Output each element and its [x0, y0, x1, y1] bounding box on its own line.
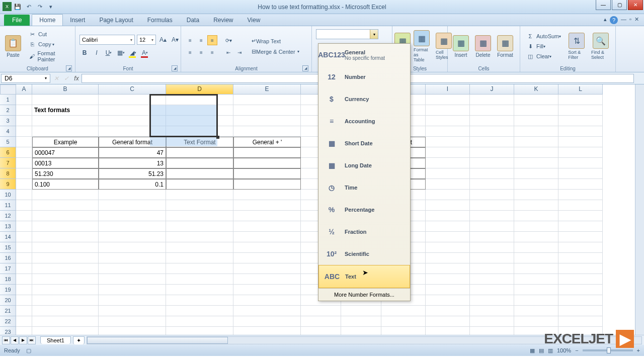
cell-L3[interactable]	[558, 116, 603, 126]
cell-A6[interactable]	[16, 147, 32, 158]
cell-J13[interactable]	[470, 221, 514, 232]
name-box[interactable]: D6▾	[1, 74, 50, 83]
grow-font-icon[interactable]: A▴	[158, 35, 168, 45]
row-header-8[interactable]: 8	[0, 168, 16, 179]
paste-button[interactable]: 📋 Paste	[2, 34, 24, 59]
cell-J20[interactable]	[470, 295, 514, 306]
cell-D16[interactable]	[166, 253, 233, 263]
align-right-icon[interactable]: ≡	[207, 47, 217, 57]
cell-B17[interactable]	[32, 263, 99, 274]
bold-button[interactable]: B	[79, 48, 90, 58]
cell-L12[interactable]	[558, 211, 603, 221]
cell-C6[interactable]: 47	[99, 147, 166, 158]
row-header-19[interactable]: 19	[0, 285, 16, 295]
cell-K6[interactable]	[514, 147, 558, 158]
cell-E22[interactable]	[233, 316, 301, 327]
sort-filter-button[interactable]: ⇅Sort & Filter	[565, 32, 588, 61]
format-cells-button[interactable]: ▦Format	[494, 34, 516, 59]
cell-E18[interactable]	[233, 274, 301, 285]
font-name-combo[interactable]: Calibri▾	[79, 35, 135, 45]
col-header-D[interactable]: D	[166, 84, 233, 95]
cell-C18[interactable]	[99, 274, 166, 285]
format-as-table-button[interactable]: ▦Format as Table	[411, 29, 433, 63]
number-format-percentage[interactable]: %Percentage	[318, 199, 410, 221]
view-normal-icon[interactable]: ▦	[530, 347, 535, 354]
cell-J23[interactable]	[470, 327, 514, 335]
cell-C12[interactable]	[99, 211, 166, 221]
cell-B19[interactable]	[32, 285, 99, 295]
cell-A9[interactable]	[16, 179, 32, 190]
cell-B10[interactable]	[32, 190, 99, 200]
cell-B23[interactable]	[32, 327, 99, 335]
align-middle-icon[interactable]: ≡	[196, 35, 206, 45]
cell-A7[interactable]	[16, 158, 32, 168]
cell-D21[interactable]	[166, 306, 233, 316]
cell-A17[interactable]	[16, 263, 32, 274]
tab-home[interactable]: Home	[32, 14, 63, 26]
cell-C5[interactable]: General format	[99, 137, 166, 147]
cell-B9[interactable]: 0.100	[32, 179, 99, 190]
cell-I21[interactable]	[426, 306, 470, 316]
cell-B15[interactable]	[32, 242, 99, 253]
tab-data[interactable]: Data	[180, 15, 206, 26]
cell-E10[interactable]	[233, 190, 301, 200]
align-left-icon[interactable]: ≡	[185, 47, 195, 57]
wrap-text-button[interactable]: ↵Wrap Text	[249, 37, 302, 45]
cell-A3[interactable]	[16, 116, 32, 126]
underline-button[interactable]: U▾	[104, 48, 114, 58]
cell-B13[interactable]	[32, 221, 99, 232]
orientation-icon[interactable]: ⟳▾	[223, 35, 233, 45]
row-header-3[interactable]: 3	[0, 116, 16, 126]
col-header-A[interactable]: A	[16, 84, 32, 95]
select-all-corner[interactable]	[0, 84, 16, 95]
sheet-nav-next[interactable]: ▶	[19, 336, 27, 344]
cell-L1[interactable]	[558, 95, 603, 105]
cell-K5[interactable]	[514, 137, 558, 147]
tab-review[interactable]: Review	[206, 15, 240, 26]
cell-C2[interactable]	[99, 105, 166, 116]
zoom-level[interactable]: 100%	[557, 347, 571, 353]
cell-E9[interactable]	[233, 179, 301, 190]
cell-A8[interactable]	[16, 168, 32, 179]
cell-J7[interactable]	[470, 158, 514, 168]
minimize-ribbon-icon[interactable]: ▴	[604, 16, 607, 24]
cell-I3[interactable]	[426, 116, 470, 126]
cell-E14[interactable]	[233, 232, 301, 242]
row-header-13[interactable]: 13	[0, 221, 16, 232]
cell-D23[interactable]	[166, 327, 233, 335]
cell-E20[interactable]	[233, 295, 301, 306]
row-header-15[interactable]: 15	[0, 242, 16, 253]
view-pagebreak-icon[interactable]: ▥	[548, 347, 553, 354]
cell-J10[interactable]	[470, 190, 514, 200]
number-format-short-date[interactable]: ▦Short Date	[318, 132, 410, 154]
cell-D9[interactable]	[166, 179, 233, 190]
cell-A20[interactable]	[16, 295, 32, 306]
sheet-nav-last[interactable]: ⏭	[28, 336, 36, 344]
col-header-K[interactable]: K	[514, 84, 558, 95]
cell-I15[interactable]	[426, 242, 470, 253]
cell-L9[interactable]	[558, 179, 603, 190]
cell-I10[interactable]	[426, 190, 470, 200]
number-format-number[interactable]: 12Number	[318, 66, 410, 88]
row-header-9[interactable]: 9	[0, 179, 16, 190]
number-format-accounting[interactable]: ≡Accounting	[318, 110, 410, 132]
cell-K1[interactable]	[514, 95, 558, 105]
cell-L11[interactable]	[558, 200, 603, 211]
row-header-23[interactable]: 23	[0, 327, 16, 335]
cell-I17[interactable]	[426, 263, 470, 274]
align-bottom-icon[interactable]: ≡	[207, 35, 217, 45]
cell-C22[interactable]	[99, 316, 166, 327]
cell-E16[interactable]	[233, 253, 301, 263]
cell-B14[interactable]	[32, 232, 99, 242]
cell-D22[interactable]	[166, 316, 233, 327]
cell-A12[interactable]	[16, 211, 32, 221]
row-header-7[interactable]: 7	[0, 158, 16, 168]
cell-K7[interactable]	[514, 158, 558, 168]
cancel-formula-icon[interactable]: ✕	[51, 75, 61, 82]
more-number-formats[interactable]: More Number Formats...	[318, 288, 410, 301]
cell-L5[interactable]	[558, 137, 603, 147]
cell-E7[interactable]	[233, 158, 301, 168]
cell-A14[interactable]	[16, 232, 32, 242]
cell-I9[interactable]	[426, 179, 470, 190]
cell-H21[interactable]	[381, 306, 426, 316]
